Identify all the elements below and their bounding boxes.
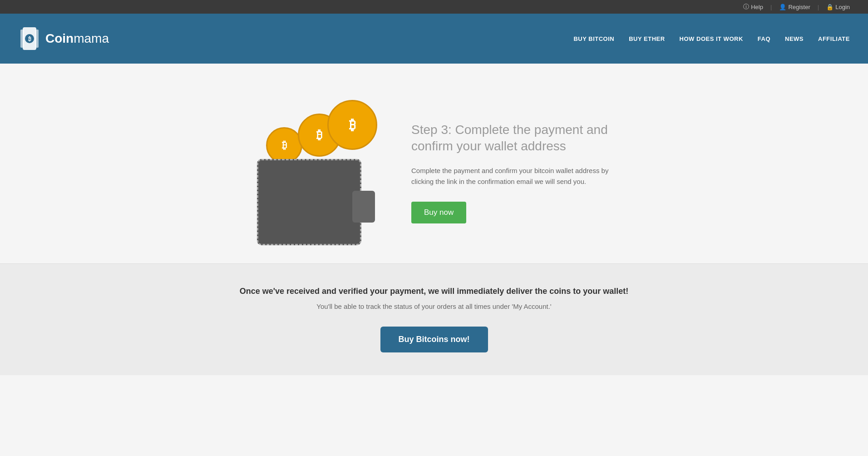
logo-icon: ₿ — [18, 25, 41, 52]
wallet-body — [257, 159, 361, 245]
bottom-section: Once we've received and verified your pa… — [0, 263, 868, 375]
wallet-clasp — [352, 191, 375, 223]
wallet-illustration: ₿ ₿ ₿ — [248, 100, 375, 245]
divider-2: | — [818, 4, 819, 10]
main-nav: BUY BITCOIN BUY ETHER HOW DOES IT WORK F… — [573, 35, 850, 42]
nav-news[interactable]: NEWS — [785, 35, 804, 42]
buy-bitcoins-now-button[interactable]: Buy Bitcoins now! — [380, 327, 488, 352]
login-link[interactable]: 🔒 Login — [826, 4, 850, 10]
nav-buy-bitcoin[interactable]: BUY BITCOIN — [573, 35, 614, 42]
help-label: Help — [751, 4, 763, 10]
divider-1: | — [770, 4, 772, 10]
svg-text:₿: ₿ — [28, 36, 31, 42]
register-link[interactable]: 👤 Register — [779, 4, 810, 10]
register-icon: 👤 — [779, 4, 786, 10]
login-label: Login — [835, 4, 850, 10]
svg-rect-4 — [35, 30, 39, 48]
svg-rect-3 — [20, 30, 24, 48]
nav-buy-ether[interactable]: BUY ETHER — [629, 35, 665, 42]
help-icon: ⓘ — [743, 3, 749, 11]
step-heading: Step 3: Complete the payment and confirm… — [411, 122, 620, 155]
nav-how-it-works[interactable]: HOW DOES IT WORK — [680, 35, 743, 42]
step-section: ₿ ₿ ₿ Step 3: Complete the payment and c… — [230, 82, 638, 263]
nav-affiliate[interactable]: AFFILIATE — [818, 35, 850, 42]
help-link[interactable]: ⓘ Help — [743, 3, 763, 11]
logo[interactable]: ₿ Coinmama — [18, 25, 109, 52]
site-header: ₿ Coinmama BUY BITCOIN BUY ETHER HOW DOE… — [0, 14, 868, 64]
nav-faq[interactable]: FAQ — [758, 35, 770, 42]
buy-now-button[interactable]: Buy now — [411, 202, 466, 223]
bottom-main-text: Once we've received and verified your pa… — [18, 287, 850, 296]
register-label: Register — [788, 4, 810, 10]
bitcoin-coin-1: ₿ — [266, 127, 302, 164]
step-description: Complete the payment and confirm your bi… — [411, 165, 620, 187]
bottom-sub-text: You'll be able to track the status of yo… — [18, 302, 850, 310]
logo-bold: Coin — [45, 31, 74, 45]
logo-text: Coinmama — [45, 31, 109, 46]
main-content: ₿ ₿ ₿ Step 3: Complete the payment and c… — [0, 64, 868, 393]
logo-light: mama — [74, 31, 109, 45]
bitcoin-coin-3: ₿ — [327, 100, 377, 150]
top-bar: ⓘ Help | 👤 Register | 🔒 Login — [0, 0, 868, 14]
login-icon: 🔒 — [826, 4, 833, 10]
step-content: Step 3: Complete the payment and confirm… — [411, 122, 620, 224]
